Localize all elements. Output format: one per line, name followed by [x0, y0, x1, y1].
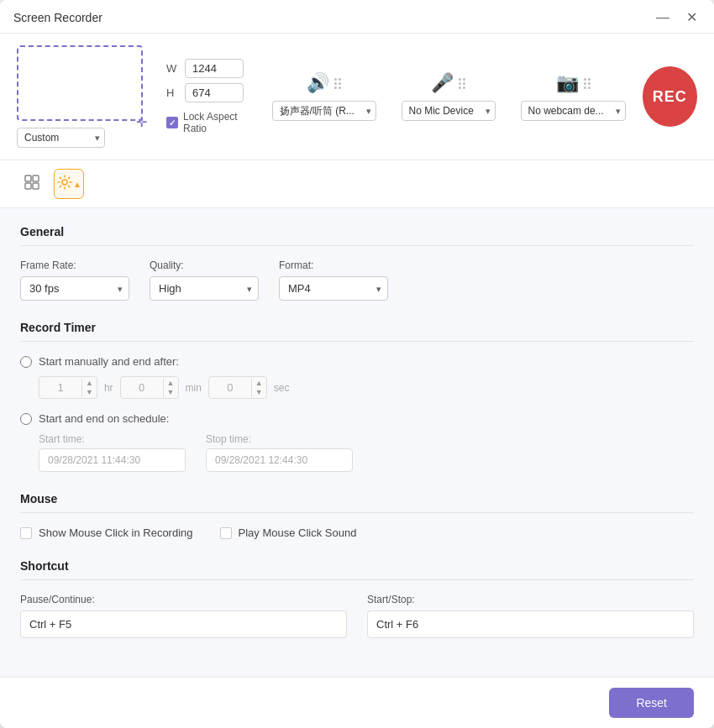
- manual-radio-row: Start manually and end after:: [20, 355, 694, 368]
- sec-unit: sec: [274, 382, 290, 394]
- main-window: Screen Recorder — ✕ ✛ Custom Full Screen…: [0, 0, 714, 728]
- stop-time-label: Stop time:: [206, 433, 353, 445]
- start-time-input[interactable]: [39, 448, 186, 472]
- schedule-time-row: Start time: Stop time:: [39, 433, 694, 472]
- start-stop-label: Start/Stop:: [367, 594, 694, 605]
- hr-down-button[interactable]: ▼: [82, 388, 97, 397]
- sec-spin: ▲ ▼: [251, 379, 266, 397]
- pause-label: Pause/Continue:: [20, 594, 347, 605]
- frame-rate-group: Frame Rate: 30 fps 15 fps 20 fps 60 fps: [20, 259, 129, 301]
- general-form-row: Frame Rate: 30 fps 15 fps 20 fps 60 fps …: [20, 259, 694, 301]
- close-button[interactable]: ✕: [683, 9, 701, 26]
- stop-time-group: Stop time:: [206, 433, 353, 472]
- quality-select-wrap: High Medium Low: [150, 276, 259, 301]
- frame-rate-select[interactable]: 30 fps 15 fps 20 fps 60 fps: [20, 276, 129, 301]
- speaker-icon: 🔊: [307, 72, 329, 94]
- pause-input[interactable]: [20, 610, 347, 638]
- min-down-button[interactable]: ▼: [164, 388, 178, 397]
- shortcut-row: Pause/Continue: Start/Stop:: [20, 594, 694, 638]
- stop-time-input[interactable]: [206, 448, 353, 472]
- footer: Reset: [0, 677, 714, 728]
- mouse-options-row: Show Mouse Click in Recording Play Mouse…: [20, 526, 694, 539]
- schedule-section: Start time: Stop time:: [39, 433, 694, 472]
- layout-button[interactable]: [17, 169, 47, 199]
- height-input[interactable]: [185, 83, 244, 102]
- record-timer-section: Record Timer Start manually and end afte…: [20, 321, 694, 472]
- minimize-button[interactable]: —: [653, 9, 673, 26]
- schedule-label: Start and end on schedule:: [39, 412, 169, 425]
- reset-button[interactable]: Reset: [609, 688, 694, 718]
- capture-mode-select-wrapper: Custom Full Screen Fixed Region: [17, 128, 105, 148]
- general-section: General Frame Rate: 30 fps 15 fps 20 fps…: [20, 225, 694, 301]
- top-bar: ✛ Custom Full Screen Fixed Region W H: [0, 34, 714, 160]
- mic-dots: [459, 78, 465, 89]
- quality-select[interactable]: High Medium Low: [150, 276, 259, 301]
- play-sound-checkbox[interactable]: [220, 527, 232, 539]
- schedule-radio-row: Start and end on schedule:: [20, 412, 694, 425]
- hr-unit: hr: [104, 382, 113, 394]
- min-input[interactable]: [121, 377, 163, 398]
- window-title: Screen Recorder: [13, 11, 102, 24]
- format-label: Format:: [279, 259, 388, 271]
- frame-rate-label: Frame Rate:: [20, 259, 129, 271]
- svg-rect-1: [33, 175, 39, 181]
- capture-mode-wrapper: Custom Full Screen Fixed Region: [17, 128, 105, 148]
- layout-icon: [24, 174, 40, 195]
- webcam-select[interactable]: No webcam de...: [521, 101, 626, 121]
- sec-input[interactable]: [209, 377, 251, 398]
- hr-up-button[interactable]: ▲: [82, 379, 97, 388]
- svg-rect-2: [25, 183, 31, 189]
- lock-ratio-row: Lock Aspect Ratio: [166, 111, 255, 134]
- speaker-device: 🔊 扬声器/听筒 (R...: [272, 72, 376, 121]
- start-time-group: Start time:: [39, 433, 186, 472]
- webcam-icon-row: 📷: [556, 72, 591, 94]
- mic-select[interactable]: No Mic Device: [402, 101, 496, 121]
- mouse-title: Mouse: [20, 492, 694, 513]
- dimensions-section: W H Lock Aspect Ratio: [166, 59, 255, 134]
- webcam-device: 📷 No webcam de...: [521, 72, 626, 121]
- lock-ratio-label: Lock Aspect Ratio: [183, 111, 255, 134]
- start-stop-input[interactable]: [367, 610, 694, 638]
- mic-icon-row: 🎤: [431, 72, 465, 94]
- start-stop-group: Start/Stop:: [367, 594, 694, 638]
- speaker-dots: [334, 78, 341, 89]
- svg-rect-3: [33, 183, 39, 189]
- crosshair-icon: ✛: [136, 114, 146, 124]
- speaker-select-wrapper: 扬声器/听筒 (R...: [272, 101, 376, 121]
- height-row: H: [166, 83, 255, 102]
- time-inputs-row: ▲ ▼ hr ▲ ▼ min ▲ ▼: [39, 376, 694, 399]
- webcam-select-wrapper: No webcam de...: [521, 101, 626, 121]
- show-click-checkbox[interactable]: [20, 527, 32, 539]
- schedule-radio[interactable]: [20, 413, 32, 425]
- format-select-wrap: MP4 MOV AVI FLV: [279, 276, 388, 301]
- min-spin: ▲ ▼: [163, 379, 178, 397]
- rec-button[interactable]: REC: [643, 66, 697, 127]
- mic-icon: 🎤: [431, 72, 454, 94]
- lock-ratio-checkbox[interactable]: [166, 117, 178, 128]
- mouse-section: Mouse Show Mouse Click in Recording Play…: [20, 492, 694, 539]
- sec-up-button[interactable]: ▲: [252, 379, 266, 388]
- general-title: General: [20, 225, 694, 246]
- sec-down-button[interactable]: ▼: [252, 388, 266, 397]
- play-sound-label: Play Mouse Click Sound: [239, 526, 357, 539]
- format-group: Format: MP4 MOV AVI FLV: [279, 259, 388, 301]
- settings-button[interactable]: ▲: [54, 169, 84, 199]
- min-up-button[interactable]: ▲: [164, 379, 178, 388]
- capture-preview[interactable]: ✛: [17, 45, 143, 121]
- quality-label: Quality:: [150, 259, 259, 271]
- svg-rect-0: [25, 175, 31, 181]
- capture-mode-select[interactable]: Custom Full Screen Fixed Region: [17, 128, 105, 148]
- hr-input[interactable]: [39, 377, 81, 398]
- width-input[interactable]: [185, 59, 244, 78]
- manual-label: Start manually and end after:: [39, 355, 179, 368]
- format-select[interactable]: MP4 MOV AVI FLV: [279, 276, 388, 301]
- height-label: H: [166, 86, 180, 99]
- frame-rate-select-wrap: 30 fps 15 fps 20 fps 60 fps: [20, 276, 129, 301]
- pause-group: Pause/Continue:: [20, 594, 347, 638]
- show-click-row: Show Mouse Click in Recording: [20, 526, 193, 539]
- mic-select-wrapper: No Mic Device: [402, 101, 496, 121]
- speaker-select[interactable]: 扬声器/听筒 (R...: [272, 101, 376, 121]
- speaker-icon-row: 🔊: [307, 72, 341, 94]
- manual-radio[interactable]: [20, 356, 32, 368]
- toolbar: ▲: [0, 160, 714, 208]
